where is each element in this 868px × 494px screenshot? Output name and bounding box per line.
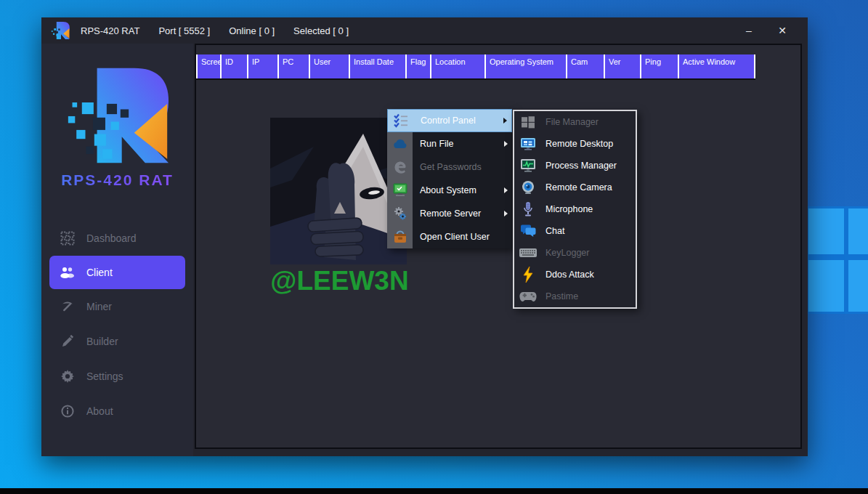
sidebar-menu: Dashboard Client Miner Builder Settings … (41, 221, 193, 429)
system-info-icon (387, 183, 413, 198)
webcam-icon (514, 180, 542, 195)
column-header-pc[interactable]: PC (279, 54, 310, 78)
remote-desktop-icon (514, 137, 542, 151)
submenu-item-chat[interactable]: Chat (514, 220, 636, 242)
menu-item-control-panel[interactable]: Control Panel (387, 109, 512, 132)
submenu-item-label: KeyLogger (545, 248, 589, 258)
sidebar-item-client[interactable]: Client (49, 256, 185, 289)
chat-icon (514, 224, 542, 238)
sidebar-item-settings[interactable]: Settings (41, 359, 193, 394)
sidebar-item-label: Dashboard (86, 232, 137, 244)
control-panel-submenu: File Manager Remote Desktop Process Mana… (513, 110, 637, 309)
submenu-item-pastime: Pastime (514, 286, 636, 307)
titlebar[interactable]: RPS-420 RAT Port [ 5552 ] Online [ 0 ] S… (41, 17, 808, 44)
sidebar-item-label: Miner (86, 301, 112, 312)
context-menu-items: Control Panel Run File Get Passwords Abo… (387, 109, 512, 248)
submenu-item-keylogger: KeyLogger (514, 242, 636, 264)
column-header-location[interactable]: Location (431, 54, 486, 78)
client-table-header: Scree ID IP PC User Install Date Flag Lo… (196, 54, 755, 78)
sidebar-item-label: About (86, 405, 113, 417)
column-header-operating-system[interactable]: Operating System (486, 54, 567, 78)
app-logo-icon (50, 21, 70, 40)
screen-bottom-strip (0, 488, 868, 494)
ninja-artwork (270, 118, 407, 264)
basket-icon (387, 230, 413, 244)
submenu-item-remote-desktop[interactable]: Remote Desktop (514, 133, 636, 155)
column-header-ip[interactable]: IP (248, 54, 279, 78)
brand-name: RPS-420 RAT (41, 171, 193, 189)
sidebar-item-about[interactable]: About (41, 394, 193, 429)
context-menu: Control Panel Run File Get Passwords Abo… (387, 109, 512, 248)
submenu-item-ddos-attack[interactable]: Ddos Attack (514, 264, 636, 286)
miner-icon (60, 299, 76, 314)
submenu-item-label: File Manager (545, 117, 599, 127)
column-header-cam[interactable]: Cam (567, 54, 605, 78)
sidebar-item-label: Builder (86, 336, 118, 347)
sidebar-item-label: Settings (86, 370, 123, 382)
sidebar-item-builder[interactable]: Builder (41, 324, 193, 359)
menu-item-label: Run File (420, 139, 504, 149)
submenu-arrow-icon (504, 141, 508, 147)
control-panel-icon (388, 113, 413, 128)
selected-status: Selected [ 0 ] (293, 25, 349, 36)
submenu-item-label: Process Manager (545, 161, 617, 171)
submenu-item-label: Remote Desktop (545, 139, 613, 149)
sidebar: RPS-420 RAT Dashboard Client Miner Build… (41, 44, 193, 456)
menu-item-about-system[interactable]: About System (387, 179, 512, 202)
menu-item-label: Control Panel (421, 116, 503, 126)
online-status: Online [ 0 ] (229, 25, 275, 36)
window-title: RPS-420 RAT (81, 25, 139, 36)
sidebar-item-dashboard[interactable]: Dashboard (41, 221, 193, 256)
process-manager-icon (514, 158, 542, 173)
keyboard-icon (514, 248, 542, 258)
menu-item-run-file[interactable]: Run File (387, 132, 512, 155)
submenu-item-label: Pastime (545, 291, 578, 301)
menu-item-get-passwords: Get Passwords (387, 155, 512, 179)
menu-item-label: Open Client User (420, 232, 512, 242)
close-button[interactable]: ✕ (766, 17, 799, 44)
window-controls: – ✕ (732, 17, 808, 44)
onedrive-cloud-icon (387, 138, 413, 150)
settings-icon (60, 370, 76, 383)
microphone-icon (514, 201, 542, 217)
menu-item-label: Get Passwords (420, 162, 512, 172)
builder-icon (60, 335, 76, 348)
submenu-item-microphone[interactable]: Microphone (514, 198, 636, 220)
submenu-item-remote-camera[interactable]: Remote Camera (514, 177, 636, 198)
column-header-active-window[interactable]: Active Window (679, 54, 755, 78)
column-header-ver[interactable]: Ver (605, 54, 641, 78)
port-status: Port [ 5552 ] (158, 25, 210, 36)
submenu-arrow-icon (504, 211, 508, 216)
gears-icon (387, 206, 413, 222)
desktop: RPS-420 RAT Port [ 5552 ] Online [ 0 ] S… (0, 0, 868, 494)
submenu-item-label: Remote Camera (545, 182, 612, 193)
gamepad-icon (514, 291, 542, 302)
watermark-handle: @LEEW3N (261, 266, 418, 296)
menu-item-remote-server[interactable]: Remote Server (387, 202, 512, 225)
windows-logo-icon (514, 115, 542, 129)
submenu-item-label: Microphone (545, 204, 593, 214)
column-header-user[interactable]: User (310, 54, 350, 78)
column-header-install-date[interactable]: Install Date (350, 54, 407, 78)
submenu-item-file-manager: File Manager (514, 111, 636, 133)
submenu-item-label: Ddos Attack (545, 270, 594, 280)
submenu-item-process-manager[interactable]: Process Manager (514, 155, 636, 177)
column-header-ping[interactable]: Ping (641, 54, 679, 78)
wallpaper-windows-logo (806, 206, 868, 314)
submenu-item-label: Chat (545, 226, 564, 236)
dashboard-icon (60, 231, 76, 246)
menu-item-label: About System (420, 185, 504, 195)
submenu-arrow-icon (503, 118, 507, 124)
submenu-arrow-icon (504, 187, 508, 193)
column-header-flag[interactable]: Flag (407, 54, 431, 78)
column-header-id[interactable]: ID (222, 54, 248, 78)
minimize-button[interactable]: – (732, 17, 766, 44)
about-icon (60, 405, 76, 418)
edge-browser-icon (387, 160, 413, 174)
lightning-icon (514, 267, 542, 283)
menu-item-label: Remote Server (420, 208, 504, 219)
sidebar-item-miner[interactable]: Miner (41, 289, 193, 324)
column-header-scree[interactable]: Scree (198, 54, 222, 78)
menu-item-open-client-user[interactable]: Open Client User (387, 225, 512, 248)
client-icon (60, 266, 76, 279)
